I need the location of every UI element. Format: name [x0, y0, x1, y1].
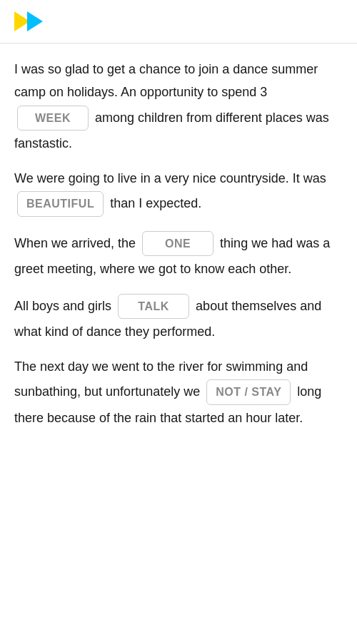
paragraph-2: We were going to live in a very nice cou…	[14, 167, 343, 218]
paragraph-3-text-before: When we arrived, the	[14, 235, 136, 250]
input-one[interactable]: ONE	[142, 231, 213, 257]
header	[0, 0, 357, 44]
paragraph-3: When we arrived, the ONE thing we had wa…	[14, 230, 343, 281]
paragraph-5: The next day we went to the river for sw…	[14, 355, 343, 429]
main-content: I was so glad to get a chance to join a …	[0, 44, 357, 455]
logo-right-triangle	[27, 11, 43, 31]
paragraph-2-text-after: than I expected.	[110, 196, 201, 210]
input-beautiful[interactable]: BEAUTIFUL	[17, 191, 104, 217]
paragraph-1-text-before: I was so glad to get a chance to join a …	[14, 62, 318, 99]
input-not-stay[interactable]: NOT / STAY	[206, 379, 291, 405]
paragraph-2-text-before: We were going to live in a very nice cou…	[14, 171, 326, 185]
input-week[interactable]: WEEK	[17, 106, 89, 131]
paragraph-4: All boys and girls TALK about themselves…	[14, 292, 343, 344]
paragraph-4-text-before: All boys and girls	[14, 298, 111, 312]
input-talk[interactable]: TALK	[118, 294, 189, 320]
paragraph-1: I was so glad to get a chance to join a …	[14, 58, 343, 155]
logo	[14, 11, 43, 31]
